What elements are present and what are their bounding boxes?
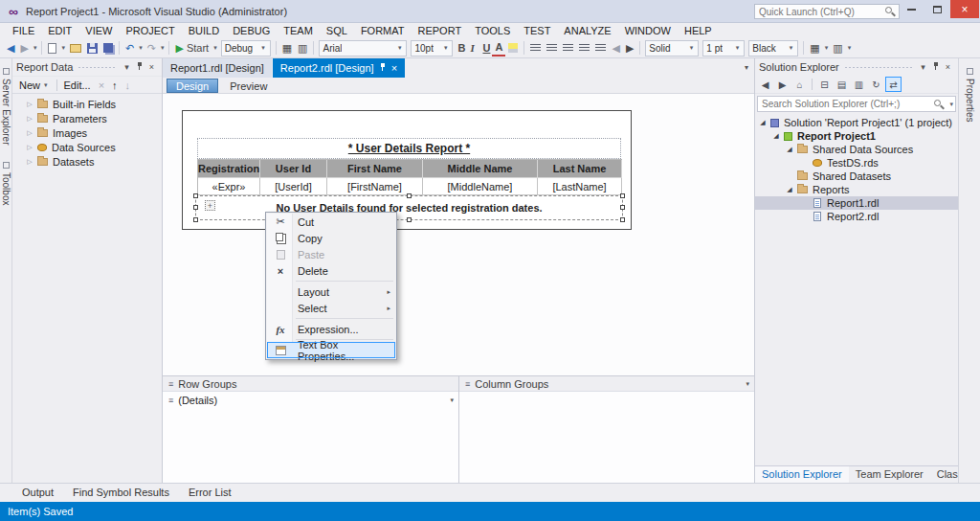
border-width-combo[interactable]: 1 pt ▾ [702,40,745,57]
data-cell[interactable]: [MiddleName] [423,178,538,195]
navigate-forward-button[interactable]: ▶ [17,39,31,57]
tab-preview[interactable]: Preview [220,79,277,93]
start-dropdown-icon[interactable]: ▾ [212,44,219,52]
expand-icon[interactable]: ◢ [784,186,795,193]
menu-test[interactable]: TEST [517,23,557,38]
open-file-button[interactable] [67,39,84,57]
data-cell[interactable]: «Expr» [198,178,260,195]
menu-item-cut[interactable]: ✂ Cut [267,214,395,230]
tab-team-explorer[interactable]: Team Explorer [849,466,930,483]
move-up-icon[interactable]: ↑ [108,78,122,93]
tree-item-parameters[interactable]: ▷ Parameters [12,111,162,125]
fill-button[interactable]: ▥ [830,39,845,57]
selection-handle[interactable] [620,205,625,210]
report-table[interactable]: Registration User Id First Name Middle N… [197,159,622,195]
tree-item-report-project1[interactable]: ◢ Report Project1 [755,129,958,143]
minimize-button[interactable] [899,0,924,18]
menu-view[interactable]: VIEW [78,23,119,38]
bullet-list-button[interactable] [592,39,609,57]
expand-icon[interactable]: ◢ [757,119,768,126]
pin-icon[interactable] [133,61,145,73]
selection-handle[interactable] [193,193,198,198]
tree-item-reports[interactable]: ◢ Reports [755,183,958,196]
tree-item-datasets[interactable]: ▷ Datasets [12,154,162,169]
selected-no-data-textbox[interactable]: No User Details found for selected regis… [195,195,623,220]
tab-output[interactable]: Output [13,484,62,502]
menu-edit[interactable]: EDIT [41,23,78,38]
expand-icon[interactable]: ▷ [24,115,35,123]
font-color-button[interactable]: A [492,39,505,57]
border-style-combo[interactable]: Solid ▾ [645,40,699,57]
tree-item-built-in-fields[interactable]: ▷ Built-in Fields [12,97,162,111]
collapse-all-icon[interactable]: ⊟ [816,77,833,92]
font-size-combo[interactable]: 10pt ▾ [411,40,453,57]
selection-handle[interactable] [407,193,412,198]
menu-format[interactable]: FORMAT [354,23,412,38]
font-family-combo[interactable]: Arial ▾ [319,40,407,57]
header-cell[interactable]: Last Name [538,160,622,178]
solution-explorer-header[interactable]: Solution Explorer ▾ × [755,58,958,76]
save-button[interactable] [84,39,100,57]
tree-item-testds-rds[interactable]: TestDS.rds [755,156,958,170]
group-dropdown-icon[interactable]: ▾ [450,396,454,404]
report-designer-button-2[interactable]: ▥ [295,39,310,57]
borders-button[interactable]: ▦ [807,39,822,57]
borders-dropdown-icon[interactable]: ▾ [823,44,831,52]
tree-item-shared-datasets[interactable]: Shared Datasets [755,170,958,183]
navigate-back-button[interactable]: ◀ [4,39,17,57]
selection-handle[interactable] [193,217,198,222]
solution-search-box[interactable]: ▾ [757,96,956,112]
tab-toolbox[interactable]: Toolbox [0,152,11,213]
align-left-button[interactable] [527,39,544,57]
header-cell[interactable]: First Name [327,160,423,178]
header-cell[interactable]: Registration [198,160,260,178]
refresh-icon[interactable]: ↻ [868,77,884,92]
expand-icon[interactable]: ◢ [784,146,795,153]
menu-item-select[interactable]: Select ▸ [267,300,395,316]
tree-item-report2-rdl[interactable]: Report2.rdl [755,210,958,223]
tree-item-solution[interactable]: ◢ Solution 'Report Project1' (1 project) [755,116,958,129]
tab-report1-rdl[interactable]: Report1.rdl [Design] [163,58,272,78]
search-dropdown-icon[interactable]: ▾ [947,101,955,108]
selection-handle[interactable] [620,217,625,222]
pin-icon[interactable] [379,62,387,74]
align-center-button[interactable] [544,39,560,57]
column-groups-dropdown-icon[interactable]: ▾ [746,380,749,388]
tree-item-data-sources[interactable]: ▷ Data Sources [12,140,162,154]
menu-item-expression[interactable]: fx Expression... [267,321,395,337]
new-button[interactable]: New ▾ [15,78,54,93]
row-group-details[interactable]: ≡ (Details) ▾ [163,392,458,408]
close-tab-icon[interactable]: × [391,62,397,74]
close-icon[interactable]: × [942,62,954,72]
menu-build[interactable]: BUILD [182,23,226,38]
edit-button[interactable]: Edit... [60,78,95,93]
decrease-indent-button[interactable]: ◀ [609,39,622,57]
menu-tools[interactable]: TOOLS [468,23,517,38]
report-title-textbox[interactable]: * User Details Report * [197,138,621,159]
move-handle[interactable]: + [205,200,215,211]
solution-config-combo[interactable]: Debug ▾ [221,40,271,57]
redo-dropdown-icon[interactable]: ▾ [159,44,167,52]
expand-icon[interactable]: ▷ [24,144,35,151]
undo-button[interactable]: ↶ [122,39,137,57]
tab-solution-explorer[interactable]: Solution Explorer [755,466,849,483]
expand-icon[interactable]: ◢ [770,132,782,140]
new-file-dropdown-icon[interactable]: ▾ [59,44,67,52]
start-debug-button[interactable]: ▶ Start [172,39,212,57]
align-right-button[interactable] [560,39,576,57]
navigation-dropdown-icon[interactable]: ▾ [32,44,39,52]
menu-report[interactable]: REPORT [412,23,469,38]
tab-report2-rdl[interactable]: Report2.rdl [Design] × [273,58,405,78]
report-designer-button-1[interactable]: ▦ [279,39,295,57]
properties-icon[interactable]: ▥ [851,77,867,92]
report-data-header[interactable]: Report Data ▾ × [12,58,162,76]
menu-window[interactable]: WINDOW [618,23,678,38]
pin-icon[interactable] [929,61,942,73]
selection-handle[interactable] [193,205,198,210]
sync-with-active-document-icon[interactable]: ⇄ [885,77,902,92]
bold-button[interactable]: B [455,39,467,57]
window-position-icon[interactable]: ▾ [121,62,133,72]
menu-help[interactable]: HELP [678,23,719,38]
report-page[interactable]: * User Details Report * Registration Use… [182,110,632,230]
window-position-icon[interactable]: ▾ [917,62,929,72]
